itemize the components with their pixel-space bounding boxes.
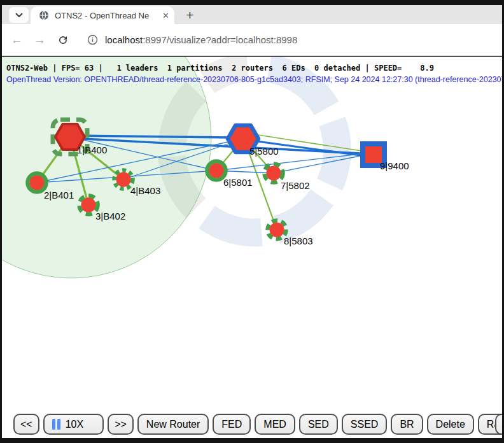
radio-range-circle — [2, 57, 211, 278]
address-bar[interactable]: localhost:8997/visualize?addr=localhost:… — [105, 34, 297, 45]
delete-button[interactable]: Delete — [427, 414, 474, 435]
navigation-bar: ← → localhost:8997/visualize?addr=localh… — [2, 24, 502, 56]
node-label: 7|5802 — [281, 180, 310, 191]
pause-icon — [52, 419, 60, 430]
chevron-down-icon — [15, 13, 23, 18]
globe-favicon-icon — [39, 10, 49, 20]
site-info-button[interactable] — [87, 34, 98, 45]
reload-button[interactable] — [57, 34, 69, 46]
med-button[interactable]: MED — [255, 414, 295, 435]
new-router-button[interactable]: New Router — [137, 414, 209, 435]
step-back-button[interactable]: << — [13, 414, 39, 435]
toolbar: << 10X >> New Router FED MED SED SSED BR… — [2, 414, 502, 435]
br-button[interactable]: BR — [391, 414, 423, 435]
clipped-toolbar-button[interactable] — [495, 414, 502, 435]
speed-label: 10X — [66, 419, 83, 430]
back-button[interactable]: ← — [11, 34, 23, 46]
url-host: localhost — [105, 34, 143, 45]
node-label: 1|B400 — [77, 144, 107, 155]
step-forward-button[interactable]: >> — [108, 414, 134, 435]
status-line: OTNS2-Web | FPS= 63 | 1 leaders 1 partit… — [6, 64, 434, 73]
fed-button[interactable]: FED — [213, 414, 251, 435]
reload-icon — [57, 34, 69, 46]
node-label: 3|B402 — [95, 211, 125, 222]
new-tab-button[interactable]: + — [181, 6, 199, 24]
tab-title: OTNS2 - OpenThread Ne — [55, 11, 160, 20]
otns-canvas[interactable]: 1|B400 2|B401 3|B402 4|B403 5|5800 6|580… — [2, 57, 502, 438]
browser-tab[interactable]: OTNS2 - OpenThread Ne ✕ — [31, 6, 174, 24]
tab-strip: OTNS2 - OpenThread Ne ✕ + — [2, 5, 502, 24]
node-label: 2|B401 — [44, 190, 74, 200]
url-path: :8997/visualize?addr=localhost:8998 — [143, 34, 297, 45]
tab-search-button[interactable] — [9, 7, 29, 23]
speed-button[interactable]: 10X — [43, 414, 104, 435]
ssed-button[interactable]: SSED — [342, 414, 388, 435]
info-icon — [87, 34, 98, 45]
node-label: 9|9400 — [380, 160, 409, 171]
node-label: 6|5801 — [223, 177, 253, 188]
node-label: 8|5803 — [284, 236, 313, 246]
version-line: OpenThread Version: OPENTHREAD/thread-re… — [6, 75, 502, 84]
tab-close-icon[interactable]: ✕ — [162, 11, 169, 20]
forward-button[interactable]: → — [34, 34, 46, 46]
browser-window: OTNS2 - OpenThread Ne ✕ + ← → localhost:… — [0, 0, 504, 443]
sed-button[interactable]: SED — [299, 414, 338, 435]
network-graph: 1|B400 2|B401 3|B402 4|B403 5|5800 6|580… — [2, 57, 502, 438]
node-label: 4|B403 — [130, 185, 160, 196]
node-label: 5|5800 — [249, 146, 279, 157]
